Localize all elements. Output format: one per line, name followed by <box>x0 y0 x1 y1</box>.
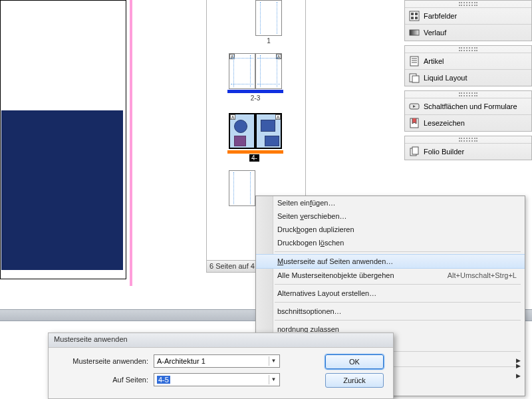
menu-label: Alternatives Layout erstellen… <box>277 289 376 297</box>
master-dropdown[interactable]: A-Architektur 1 ▼ <box>154 354 280 368</box>
panel-artikel[interactable]: Artikel <box>405 53 531 69</box>
page-label-23: 2-3 <box>229 94 282 102</box>
panel-label: Liquid Layout <box>424 74 467 82</box>
panel-liquid-layout[interactable]: Liquid Layout <box>405 69 531 86</box>
grip-icon[interactable] <box>459 92 477 96</box>
pages-input[interactable]: 4-5 ▼ <box>154 373 280 386</box>
master-value: A-Architektur 1 <box>157 357 205 365</box>
grip-icon[interactable] <box>459 138 477 142</box>
shape-rect-blue <box>261 120 275 132</box>
chevron-down-icon: ▼ <box>269 356 278 366</box>
svg-rect-3 <box>411 17 414 19</box>
panel-verlauf[interactable]: Verlauf <box>405 24 531 41</box>
menu-label: Druckbogen löschen <box>277 239 344 247</box>
page-thumb-4[interactable]: A <box>229 113 255 149</box>
menu-alt-layout[interactable]: Alternatives Layout erstellen… <box>256 287 525 300</box>
page-thumb-2[interactable]: A <box>229 53 255 89</box>
panel-schaltflaechen[interactable]: Schaltflächen und Formulare <box>405 98 531 114</box>
pages-value: 4-5 <box>157 376 170 384</box>
liquid-layout-icon <box>409 72 420 83</box>
page-thumb-6[interactable] <box>229 170 255 206</box>
bookmark-icon <box>409 118 420 128</box>
shape-rect-blue2 <box>265 136 279 146</box>
gradient-icon <box>409 27 420 38</box>
panel-farbfelder[interactable]: Farbfelder <box>405 7 531 24</box>
page-thumb-5[interactable]: A <box>255 113 282 149</box>
svg-rect-2 <box>415 13 418 15</box>
shape-circle <box>234 120 247 133</box>
svg-rect-6 <box>410 57 418 66</box>
shape-rect-purple <box>234 136 246 146</box>
panel-label: Farbfelder <box>424 12 457 20</box>
panel-group-1: Farbfelder Verlauf <box>404 0 532 41</box>
page-thumb-1[interactable] <box>255 0 282 36</box>
back-button[interactable]: Zurück <box>325 373 384 388</box>
menu-separator <box>275 284 521 285</box>
panel-lesezeichen[interactable]: Lesezeichen <box>405 114 531 131</box>
swatches-icon <box>409 11 420 21</box>
buttons-forms-icon <box>409 101 420 112</box>
menu-label: Seiten einfügen… <box>277 199 335 207</box>
svg-rect-5 <box>410 30 419 35</box>
article-icon <box>409 56 420 66</box>
panel-label: Artikel <box>424 57 444 65</box>
menu-section-options[interactable]: bschnittsoptionen… <box>256 305 525 318</box>
bleed-guide <box>130 0 132 286</box>
label-to-pages: Auf Seiten: <box>55 376 154 384</box>
svg-rect-4 <box>415 17 418 19</box>
apply-master-dialog: Musterseite anwenden Musterseite anwende… <box>48 332 394 399</box>
chevron-down-icon: ▼ <box>269 375 278 384</box>
master-tag: A <box>275 114 281 120</box>
menu-delete-spread[interactable]: Druckbogen löschen <box>256 236 525 249</box>
menu-separator <box>275 302 521 303</box>
grip-icon[interactable] <box>459 2 477 6</box>
panel-label: Folio Builder <box>424 148 464 156</box>
svg-rect-1 <box>411 13 414 15</box>
menu-insert-pages[interactable]: Seiten einfügen… <box>256 196 525 209</box>
menu-label: Alle Musterseitenobjekte übergehen <box>277 271 394 279</box>
menu-separator <box>275 320 521 321</box>
menu-move-pages[interactable]: Seiten verschieben… <box>256 209 525 223</box>
svg-rect-16 <box>412 147 418 154</box>
panel-folio-builder[interactable]: Folio Builder <box>405 143 531 160</box>
panel-group-2: Artikel Liquid Layout <box>404 45 532 86</box>
folio-icon <box>409 146 420 157</box>
page-label-45: 4- <box>249 154 259 162</box>
spread-color-bar-orange <box>227 150 283 154</box>
panel-group-3: Schaltflächen und Formulare Lesezeichen <box>404 90 532 132</box>
page-blue-block <box>1 110 123 270</box>
dialog-title: Musterseite anwenden <box>49 333 393 348</box>
menu-label: Musterseite auf Seiten anwenden… <box>277 257 393 265</box>
spread-color-bar <box>227 90 283 93</box>
menu-shortcut: Alt+Umschalt+Strg+L <box>448 271 517 279</box>
panel-label: Verlauf <box>424 29 446 37</box>
menu-label: Seiten verschieben… <box>277 212 347 220</box>
label-apply-master: Musterseite anwenden: <box>55 357 154 365</box>
page-label-1: 1 <box>255 37 282 45</box>
menu-duplicate-spread[interactable]: Druckbogen duplizieren <box>256 223 525 236</box>
page-thumb-3[interactable]: A <box>255 53 282 89</box>
master-tag: A <box>230 114 235 120</box>
svg-rect-11 <box>412 76 419 82</box>
page-frame <box>0 0 126 279</box>
ok-button[interactable]: OK <box>325 354 384 369</box>
chevron-right-icon: ▶ <box>516 362 521 369</box>
document-canvas <box>0 0 136 286</box>
menu-override-master[interactable]: Alle Musterseitenobjekte übergehenAlt+Um… <box>256 269 525 282</box>
chevron-right-icon: ▶ <box>516 372 521 379</box>
panel-label: Schaltflächen und Formulare <box>424 102 517 110</box>
menu-label: bschnittsoptionen… <box>277 307 342 315</box>
menu-label: Druckbogen duplizieren <box>277 225 354 233</box>
panel-group-4: Folio Builder <box>404 136 532 160</box>
menu-apply-master[interactable]: Musterseite auf Seiten anwenden… <box>256 254 525 269</box>
panel-label: Lesezeichen <box>424 119 465 127</box>
menu-separator <box>275 251 521 252</box>
grip-icon[interactable] <box>459 47 477 51</box>
